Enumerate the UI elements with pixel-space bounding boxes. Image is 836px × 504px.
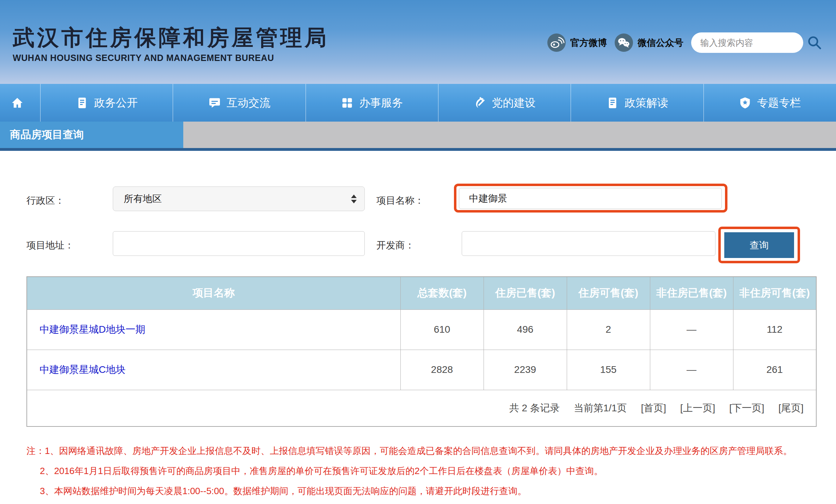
cell-housing-sold: 496 — [484, 309, 567, 350]
pagination-row: 共 2 条记录 当前第1/1页 [首页] [上一页] [下一页] [尾页] — [27, 390, 816, 426]
developer-label: 开发商： — [376, 239, 414, 252]
nav-item-interaction[interactable]: 互动交流 — [173, 84, 306, 122]
wechat-link[interactable]: 微信公众号 — [615, 33, 683, 52]
nav-label: 互动交流 — [227, 96, 270, 110]
table-row: 中建御景星城C地块 2828 2239 155 — 261 — [27, 350, 816, 390]
developer-input[interactable] — [462, 231, 715, 256]
project-link[interactable]: 中建御景星城D地块一期 — [39, 324, 145, 335]
project-name-label: 项目名称： — [376, 194, 424, 207]
table-row: 中建御景星城D地块一期 610 496 2 — 112 — [27, 309, 816, 350]
nav-item-party-building[interactable]: 党的建设 — [438, 84, 571, 122]
cell-nonhousing-sold: — — [650, 350, 733, 390]
search-icon[interactable] — [807, 35, 822, 50]
note-2: 2、2016年1月1日后取得预售许可的商品房项目中，准售房屋的单价可在预售许可证… — [40, 465, 603, 477]
current-page: 当前第1/1页 — [574, 402, 627, 413]
first-page-link[interactable]: [首页] — [641, 402, 666, 413]
nav-label: 办事服务 — [359, 96, 403, 110]
wechat-label: 微信公众号 — [638, 37, 683, 49]
cell-total-units: 610 — [400, 309, 484, 350]
note-1: 注：1、因网络通讯故障、房地产开发企业上报信息不及时、上报信息填写错误等原因，可… — [26, 445, 792, 457]
record-count: 共 2 条记录 — [509, 402, 560, 413]
cell-nonhousing-sold: — — [650, 309, 733, 350]
nav-item-policy-interpretation[interactable]: 政策解读 — [571, 84, 703, 122]
weibo-icon — [547, 33, 566, 52]
site-title-english: WUHAN HOUSING SECURITY AND MANAGEMENT BU… — [13, 53, 329, 63]
wechat-icon — [615, 33, 633, 52]
grid-icon — [341, 97, 354, 109]
cell-housing-available: 155 — [567, 350, 650, 390]
note-3: 3、本网站数据维护时间为每天凌晨1:00--5:00。数据维护期间，可能出现页面… — [40, 485, 527, 497]
query-button[interactable]: 查询 — [724, 232, 794, 258]
header-search-box — [691, 32, 803, 53]
header-right-group: 官方微博 微信公众号 — [547, 32, 822, 53]
shield-star-icon — [739, 97, 751, 109]
nav-item-home[interactable] — [0, 84, 41, 122]
district-selected-value: 所有地区 — [124, 192, 162, 205]
active-tab-label: 商品房项目查询 — [10, 128, 84, 142]
nav-label: 党的建设 — [492, 96, 536, 110]
document-icon — [76, 97, 88, 109]
nav-item-government-affairs[interactable]: 政务公开 — [41, 84, 173, 122]
nav-label: 政务公开 — [94, 96, 138, 110]
weibo-link[interactable]: 官方微博 — [547, 33, 607, 52]
project-address-label: 项目地址： — [26, 239, 74, 252]
nav-item-special-columns[interactable]: 专题专栏 — [704, 84, 836, 122]
cell-total-units: 2828 — [400, 350, 484, 390]
site-title-chinese: 武汉市住房保障和房屋管理局 — [13, 27, 329, 49]
sub-tab-bar: 商品房项目查询 — [0, 122, 836, 151]
table-header-row: 项目名称 总套数(套) 住房已售(套) 住房可售(套) 非住房已售(套) 非住房… — [27, 277, 816, 309]
home-icon — [11, 97, 24, 109]
nav-item-services[interactable]: 办事服务 — [306, 84, 438, 122]
prev-page-link[interactable]: [上一页] — [680, 402, 715, 413]
col-header-total-units: 总套数(套) — [400, 277, 484, 309]
cell-nonhousing-available: 261 — [733, 350, 816, 390]
site-logo: 武汉市住房保障和房屋管理局 WUHAN HOUSING SECURITY AND… — [13, 27, 329, 63]
document-icon — [606, 97, 619, 109]
search-input[interactable] — [700, 38, 794, 48]
col-header-housing-available: 住房可售(套) — [567, 277, 650, 309]
last-page-link[interactable]: [尾页] — [778, 402, 804, 413]
main-nav: 政务公开 互动交流 办事服务 党的建设 — [0, 84, 836, 122]
weibo-label: 官方微博 — [570, 37, 607, 49]
results-table: 项目名称 总套数(套) 住房已售(套) 住房可售(套) 非住房已售(套) 非住房… — [26, 276, 817, 427]
col-header-project-name: 项目名称 — [27, 277, 400, 309]
hammer-sickle-icon — [474, 97, 486, 109]
project-link[interactable]: 中建御景星城C地块 — [39, 364, 125, 375]
cell-nonhousing-available: 112 — [733, 309, 816, 350]
next-page-link[interactable]: [下一页] — [729, 402, 764, 413]
site-header: 武汉市住房保障和房屋管理局 WUHAN HOUSING SECURITY AND… — [0, 0, 836, 84]
chat-bubble-icon — [208, 97, 221, 109]
cell-housing-sold: 2239 — [484, 350, 567, 390]
project-name-input[interactable] — [459, 188, 722, 209]
cell-housing-available: 2 — [567, 309, 650, 350]
tab-commercial-housing-query[interactable]: 商品房项目查询 — [0, 122, 183, 148]
district-label: 行政区： — [26, 194, 64, 207]
select-stepper-icon — [351, 195, 357, 203]
district-select[interactable]: 所有地区 — [113, 186, 365, 211]
col-header-nonhousing-sold: 非住房已售(套) — [650, 277, 733, 309]
col-header-nonhousing-available: 非住房可售(套) — [733, 277, 816, 309]
nav-label: 政策解读 — [625, 96, 668, 110]
project-address-input[interactable] — [113, 231, 365, 256]
nav-label: 专题专栏 — [757, 96, 801, 110]
col-header-housing-sold: 住房已售(套) — [484, 277, 567, 309]
